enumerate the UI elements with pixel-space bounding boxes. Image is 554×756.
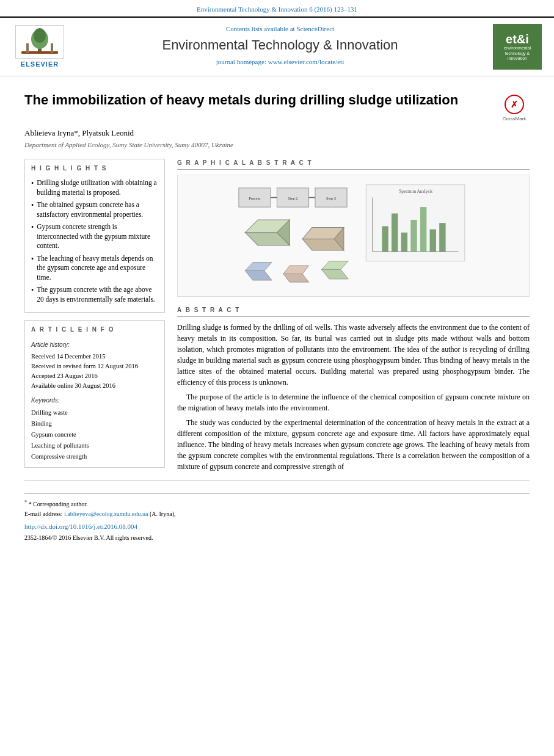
svg-rect-25 [392, 214, 398, 252]
contents-line: Contents lists available at ScienceDirec… [73, 24, 487, 34]
svg-text:Step 3: Step 3 [326, 196, 336, 200]
elsevier-name-text: ELSEVIER [21, 60, 59, 69]
corresponding-label: * Corresponding author. [29, 501, 88, 507]
svg-text:Spectrum Analysis: Spectrum Analysis [399, 189, 432, 194]
article-dates: Received 14 December 2015 Received in re… [31, 352, 158, 390]
bullet-4: • [31, 254, 34, 283]
article-info-section: A R T I C L E I N F O Article history: R… [24, 320, 165, 467]
abstract-paragraph-2: The purpose of the article is to determi… [177, 391, 530, 413]
keyword-2: Binding [31, 418, 158, 429]
email-link[interactable]: i.ablieyeva@ecolog.sumdu.edu.ua [64, 511, 148, 517]
crossmark-circle: ✗ [505, 95, 524, 114]
homepage-line: journal homepage: www.elsevier.com/locat… [73, 57, 487, 67]
keyword-4: Leaching of pollutants [31, 440, 158, 451]
highlight-text-1: Drilling sludge utilization with obtaini… [37, 178, 158, 197]
highlight-item-2: • The obtained gypsum concrete has a sat… [31, 200, 158, 219]
available-date: Available online 30 August 2016 [31, 381, 158, 391]
svg-rect-4 [26, 43, 29, 53]
highlight-item-3: • Gypsum concrete strength is interconne… [31, 222, 158, 251]
bullet-5: • [31, 285, 34, 304]
highlight-item-5: • The gypsum concrete with the age above… [31, 285, 158, 304]
svg-rect-28 [420, 207, 426, 252]
graphical-abstract-section: G R A P H I C A L A B S T R A C T Proces… [177, 159, 530, 297]
journal-header: ELSEVIER Contents lists available at Sci… [0, 16, 554, 76]
svg-marker-35 [321, 269, 348, 279]
journal-ref-text: Environmental Technology & Innovation 6 … [197, 5, 357, 13]
eti-logo-subtitle: environmentaltechnology &innovation [504, 46, 531, 61]
highlights-heading: H I G H L I G H T S [31, 164, 158, 175]
email-note: E-mail address: i.ablieyeva@ecolog.sumdu… [24, 510, 530, 518]
svg-marker-36 [321, 261, 348, 270]
graphical-abstract-heading: G R A P H I C A L A B S T R A C T [177, 159, 530, 170]
revised-date: Received in revised form 12 August 2016 [31, 362, 158, 371]
authors-text: Ablieieva Iryna*, Plyatsuk Leonid [24, 128, 134, 137]
svg-rect-27 [410, 220, 417, 252]
graphical-abstract-image: Process Step 2 Step 3 [177, 175, 530, 297]
abstract-section: A B S T R A C T Drilling sludge is forme… [177, 306, 530, 472]
keywords-label: Keywords: [31, 396, 158, 405]
bullet-3: • [31, 222, 34, 251]
header-center: Contents lists available at ScienceDirec… [73, 24, 487, 70]
svg-marker-31 [245, 271, 272, 280]
eti-logo-box: et&i environmentaltechnology &innovation [493, 24, 542, 70]
eti-logo-text: et&i [506, 32, 529, 46]
copyright-text: 2352-1864/© 2016 Elsevier B.V. All right… [24, 534, 530, 542]
article-title: The immobilization of heavy metals durin… [24, 92, 490, 109]
left-column: H I G H L I G H T S • Drilling sludge ut… [24, 159, 165, 476]
svg-point-2 [34, 28, 46, 43]
journal-reference-bar: Environmental Technology & Innovation 6 … [0, 0, 554, 16]
sciencedirect-link[interactable]: ScienceDirect [296, 25, 334, 32]
journal-title: Environmental Technology & Innovation [73, 36, 487, 55]
svg-marker-32 [245, 263, 272, 271]
affiliation-text: Department of Applied Ecology, Sumy Stat… [24, 140, 530, 150]
two-column-layout: H I G H L I G H T S • Drilling sludge ut… [24, 159, 530, 476]
article-info-heading: A R T I C L E I N F O [31, 325, 158, 336]
keyword-1: Drilling waste [31, 407, 158, 418]
abstract-paragraph-1: Drilling sludge is formed by the drillin… [177, 322, 530, 388]
crossmark-label: CrossMark [503, 115, 527, 122]
authors-line: Ablieieva Iryna*, Plyatsuk Leonid [24, 128, 530, 139]
abstract-heading: A B S T R A C T [177, 306, 530, 317]
highlight-text-4: The leaching of heavy metals depends on … [37, 254, 158, 283]
homepage-url[interactable]: www.elsevier.com/locate/eti [268, 58, 344, 65]
homepage-label: journal homepage: [216, 58, 266, 65]
svg-text:Step 2: Step 2 [288, 196, 298, 200]
corresponding-note: * * Corresponding author. [24, 499, 530, 509]
email-label: E-mail address: [24, 511, 62, 517]
contents-label: Contents lists available at [226, 25, 295, 32]
highlight-item-4: • The leaching of heavy metals depends o… [31, 254, 158, 283]
svg-rect-29 [430, 230, 436, 252]
svg-rect-26 [401, 233, 407, 252]
svg-rect-30 [439, 223, 445, 252]
svg-rect-5 [51, 43, 53, 53]
svg-marker-33 [283, 274, 309, 283]
received-date: Received 14 December 2015 [31, 352, 158, 362]
article-title-section: The immobilization of heavy metals durin… [24, 92, 530, 122]
history-label: Article history: [31, 341, 158, 349]
bullet-1: • [31, 178, 34, 197]
highlights-section: H I G H L I G H T S • Drilling sludge ut… [24, 159, 165, 313]
keyword-5: Compressive strength [31, 451, 158, 462]
graphical-abstract-svg: Process Step 2 Step 3 [178, 175, 529, 296]
accepted-date: Accepted 23 August 2016 [31, 371, 158, 381]
elsevier-tree-svg [21, 28, 58, 56]
keyword-3: Gypsum concrete [31, 429, 158, 440]
main-content: The immobilization of heavy metals durin… [0, 76, 554, 554]
footer-divider [24, 481, 530, 481]
right-column: G R A P H I C A L A B S T R A C T Proces… [177, 159, 530, 476]
svg-rect-24 [382, 227, 388, 252]
email-suffix: (A. Iryna), [150, 511, 175, 517]
svg-text:Process: Process [249, 196, 261, 200]
doi-link[interactable]: http://dx.doi.org/10.1016/j.eti2016.08.0… [24, 523, 137, 530]
abstract-paragraph-3: The study was conducted by the experimen… [177, 417, 530, 472]
highlight-text-5: The gypsum concrete with the age above 2… [37, 285, 158, 304]
abstract-text: Drilling sludge is formed by the drillin… [177, 322, 530, 472]
keywords-list: Drilling waste Binding Gypsum concrete L… [31, 407, 158, 462]
elsevier-logo: ELSEVIER [12, 25, 67, 69]
highlight-text-3: Gypsum concrete strength is interconnect… [37, 222, 158, 251]
crossmark[interactable]: ✗ CrossMark [499, 95, 530, 122]
svg-marker-34 [283, 266, 309, 274]
elsevier-tree-image [15, 25, 64, 59]
bullet-2: • [31, 200, 34, 219]
footer-section: * * Corresponding author. E-mail address… [24, 493, 530, 542]
